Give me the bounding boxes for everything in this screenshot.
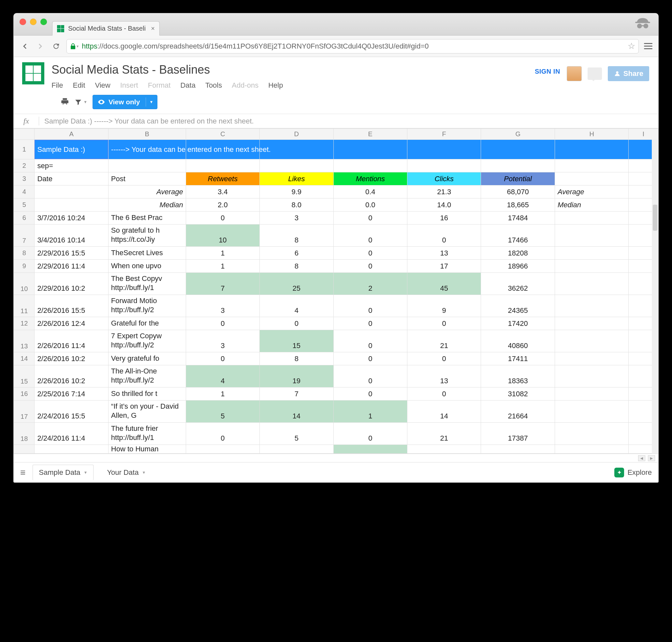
cell[interactable] — [481, 159, 555, 172]
cell[interactable]: 0 — [333, 211, 407, 224]
cell[interactable] — [555, 273, 628, 295]
cell[interactable]: 6 — [260, 247, 333, 260]
back-button[interactable] — [20, 41, 30, 51]
sheet-tab-dropdown-icon[interactable]: ▼ — [142, 470, 146, 475]
cell[interactable]: 13 — [408, 247, 481, 260]
cell[interactable]: Post — [108, 172, 186, 185]
user-avatar[interactable] — [567, 66, 582, 81]
sheets-logo-icon[interactable] — [22, 62, 44, 85]
cell[interactable] — [186, 445, 259, 454]
cell[interactable]: 24365 — [481, 295, 555, 317]
cell[interactable]: 0 — [186, 211, 259, 224]
cell[interactable] — [555, 159, 628, 172]
cell[interactable]: 18208 — [481, 247, 555, 260]
cell[interactable]: Very grateful fo — [108, 352, 186, 365]
cell[interactable] — [35, 198, 108, 211]
cell[interactable]: 0 — [333, 317, 407, 330]
cell[interactable]: 2/26/2016 11:4 — [35, 330, 108, 352]
cell[interactable]: 7 — [186, 273, 259, 295]
cell[interactable] — [186, 159, 259, 172]
cell[interactable]: The All-in-One http://buff.ly/2 — [108, 365, 186, 387]
cell[interactable]: 17420 — [481, 317, 555, 330]
col-header-C[interactable]: C — [186, 129, 259, 140]
cell[interactable]: 19 — [260, 365, 333, 387]
cell[interactable] — [260, 445, 333, 454]
cell[interactable]: 36262 — [481, 273, 555, 295]
cell[interactable]: 5 — [186, 400, 259, 423]
menu-data[interactable]: Data — [180, 81, 195, 90]
cell[interactable]: 45 — [408, 273, 481, 295]
cell[interactable] — [555, 295, 628, 317]
cell[interactable]: 0 — [333, 365, 407, 387]
cell[interactable]: Forward Motio http://buff.ly/2 — [108, 295, 186, 317]
row-header[interactable]: 14 — [14, 352, 35, 365]
cell[interactable]: Clicks — [408, 172, 481, 185]
cell[interactable]: 68,070 — [481, 185, 555, 198]
cell[interactable]: Median — [555, 198, 628, 211]
cell[interactable]: 3 — [186, 330, 259, 352]
cell[interactable]: 10 — [186, 224, 259, 247]
cell[interactable] — [555, 423, 628, 445]
col-header-A[interactable]: A — [35, 129, 108, 140]
maximize-window-button[interactable] — [40, 18, 47, 25]
cell[interactable]: 0 — [408, 352, 481, 365]
forward-button[interactable] — [35, 41, 46, 51]
col-header-F[interactable]: F — [408, 129, 481, 140]
cell[interactable]: 7 — [260, 387, 333, 400]
col-header-E[interactable]: E — [333, 129, 407, 140]
cell[interactable]: 25 — [260, 273, 333, 295]
explore-button[interactable]: ✦ Explore — [614, 468, 652, 477]
row-header[interactable]: 3 — [14, 172, 35, 185]
row-header[interactable]: 2 — [14, 159, 35, 172]
cell[interactable]: 1 — [333, 400, 407, 423]
cell[interactable] — [555, 140, 628, 159]
cell[interactable]: 4 — [260, 295, 333, 317]
row-header[interactable]: 15 — [14, 365, 35, 387]
spreadsheet-grid[interactable]: A B C D E F G H I 1Sample Data :)------>… — [14, 128, 658, 454]
cell[interactable]: 14 — [408, 400, 481, 423]
cell[interactable] — [555, 247, 628, 260]
vertical-scrollbar[interactable] — [652, 140, 658, 454]
col-header-B[interactable]: B — [108, 129, 186, 140]
address-bar[interactable]: ▾ https://docs.google.com/spreadsheets/d… — [66, 39, 639, 53]
menu-help[interactable]: Help — [268, 81, 283, 90]
row-header[interactable] — [14, 445, 35, 454]
cell[interactable]: 13 — [408, 365, 481, 387]
cell[interactable]: 2/29/2016 15:5 — [35, 247, 108, 260]
cell[interactable]: 0 — [333, 423, 407, 445]
cell[interactable] — [35, 185, 108, 198]
cell[interactable]: Mentions — [333, 172, 407, 185]
cell[interactable]: 17387 — [481, 423, 555, 445]
cell[interactable]: 21.3 — [408, 185, 481, 198]
cell[interactable]: 8.0 — [260, 198, 333, 211]
cell[interactable] — [333, 445, 407, 454]
cell[interactable]: 0 — [333, 352, 407, 365]
cell[interactable]: So grateful to h https://t.co/Jiy — [108, 224, 186, 247]
cell[interactable]: 2/25/2016 7:14 — [35, 387, 108, 400]
cell[interactable]: Potential — [481, 172, 555, 185]
cell[interactable]: 17411 — [481, 352, 555, 365]
cell[interactable]: 17 — [408, 260, 481, 273]
cell[interactable]: 3 — [260, 211, 333, 224]
cell[interactable]: Average — [108, 185, 186, 198]
cell[interactable]: 0 — [186, 317, 259, 330]
row-header[interactable]: 6 — [14, 211, 35, 224]
cell[interactable]: Likes — [260, 172, 333, 185]
col-header-G[interactable]: G — [481, 129, 555, 140]
cell[interactable]: When one upvo — [108, 260, 186, 273]
cell[interactable]: 2/29/2016 10:2 — [35, 273, 108, 295]
cell[interactable]: 31082 — [481, 387, 555, 400]
sheet-tab-dropdown-icon[interactable]: ▼ — [84, 470, 88, 475]
row-header[interactable]: 13 — [14, 330, 35, 352]
cell[interactable]: 3/4/2016 10:14 — [35, 224, 108, 247]
row-header[interactable]: 7 — [14, 224, 35, 247]
cell[interactable]: 21 — [408, 330, 481, 352]
cell[interactable] — [555, 330, 628, 352]
cell[interactable] — [108, 159, 186, 172]
view-only-button[interactable]: View only ▼ — [93, 95, 157, 109]
cell[interactable]: 21 — [408, 423, 481, 445]
share-button[interactable]: Share — [608, 66, 649, 81]
cell[interactable]: 14.0 — [408, 198, 481, 211]
cell[interactable] — [555, 211, 628, 224]
cell[interactable] — [260, 159, 333, 172]
